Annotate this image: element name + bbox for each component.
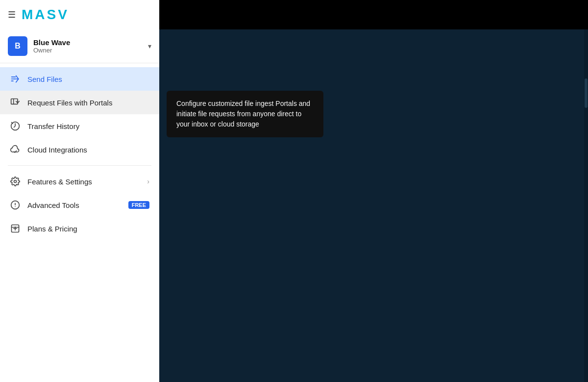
user-section[interactable]: B Blue Wave Owner ▾	[0, 29, 159, 63]
free-badge: FREE	[128, 201, 149, 209]
masv-logo-text: MASV	[22, 7, 69, 23]
cloud-integrations-icon	[10, 144, 21, 155]
sidebar-item-plans-pricing[interactable]: Plans & Pricing	[0, 217, 159, 240]
svg-point-2	[14, 180, 17, 183]
user-info: Blue Wave Owner	[33, 38, 142, 54]
hamburger-icon[interactable]: ☰	[8, 9, 16, 20]
sidebar-item-transfer-history[interactable]: Transfer History	[0, 114, 159, 138]
scroll-thumb	[585, 78, 588, 108]
user-chevron-icon: ▾	[148, 42, 151, 50]
sidebar-item-label-send-files: Send Files	[27, 75, 149, 83]
sidebar-item-label-cloud-integrations: Cloud Integrations	[27, 146, 149, 154]
sidebar-item-label-transfer-history: Transfer History	[27, 122, 149, 130]
sidebar-item-features-settings[interactable]: Features & Settings ›	[0, 170, 159, 193]
sidebar-item-advanced-tools[interactable]: Advanced Tools FREE	[0, 193, 159, 217]
request-files-icon	[10, 97, 21, 108]
nav-divider	[8, 165, 151, 166]
advanced-tools-icon	[10, 200, 21, 210]
sidebar-item-cloud-integrations[interactable]: Cloud Integrations	[0, 138, 159, 161]
right-scrollbar[interactable]	[584, 29, 588, 382]
main-content	[159, 29, 588, 382]
nav-section: Send Files Request Files with Portals	[0, 63, 159, 382]
sidebar-item-send-files[interactable]: Send Files	[0, 67, 159, 91]
features-settings-chevron-icon: ›	[147, 178, 149, 185]
send-files-icon	[10, 74, 21, 84]
user-name: Blue Wave	[33, 38, 142, 47]
avatar: B	[8, 36, 27, 56]
sidebar-item-request-files[interactable]: Request Files with Portals	[0, 91, 159, 114]
sidebar-item-label-features-settings: Features & Settings	[27, 178, 140, 186]
plans-pricing-icon	[10, 223, 21, 234]
sidebar-header: ☰ MASV	[0, 0, 159, 29]
sidebar-item-label-plans-pricing: Plans & Pricing	[27, 225, 149, 233]
masv-logo: MASV	[22, 7, 69, 23]
sidebar-item-label-request-files: Request Files with Portals	[27, 99, 149, 107]
sidebar: ☰ MASV B Blue Wave Owner ▾ Send Files	[0, 0, 159, 382]
tooltip: Configure customized file ingest Portals…	[167, 91, 323, 137]
sidebar-item-label-advanced-tools: Advanced Tools	[27, 201, 122, 209]
tooltip-text: Configure customized file ingest Portals…	[176, 100, 310, 128]
transfer-history-icon	[10, 121, 21, 131]
user-role: Owner	[33, 47, 142, 54]
features-settings-icon	[10, 176, 21, 187]
